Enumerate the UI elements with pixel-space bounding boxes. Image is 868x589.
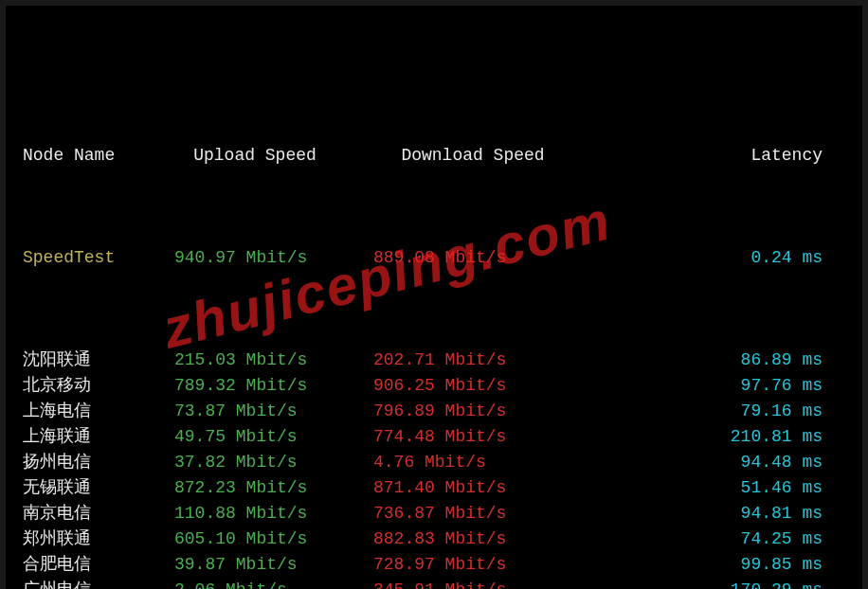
- download-speed: 736.87 Mbit/s: [373, 501, 591, 527]
- latency-value: 97.76 ms: [591, 373, 845, 399]
- latency-value: 99.85 ms: [591, 552, 845, 578]
- node-name: 北京移动: [23, 373, 174, 399]
- table-row: 沈阳联通215.03 Mbit/s202.71 Mbit/s86.89 ms: [23, 348, 845, 373]
- download-speed: 4.76 Mbit/s: [373, 450, 591, 475]
- download-speed: 882.83 Mbit/s: [373, 527, 591, 552]
- table-row: 合肥电信39.87 Mbit/s728.97 Mbit/s99.85 ms: [23, 552, 845, 578]
- node-name: 广州电信: [23, 578, 174, 589]
- latency-value: 94.81 ms: [591, 501, 845, 527]
- node-name: 上海电信: [23, 399, 174, 424]
- upload-speed: 605.10 Mbit/s: [174, 527, 373, 552]
- table-row: 北京移动789.32 Mbit/s906.25 Mbit/s97.76 ms: [23, 373, 845, 399]
- node-name: 沈阳联通: [23, 348, 174, 373]
- node-name: 扬州电信: [23, 450, 174, 475]
- upload-speed: 872.23 Mbit/s: [174, 475, 373, 501]
- node-name: 上海联通: [23, 424, 174, 450]
- table-row: 扬州电信37.82 Mbit/s4.76 Mbit/s94.48 ms: [23, 450, 845, 475]
- table-header-row: Node Name Upload Speed Download Speed La…: [23, 143, 845, 169]
- latency-value: 170.29 ms: [591, 578, 845, 589]
- download-speed: 202.71 Mbit/s: [373, 348, 591, 373]
- upload-speed: 2.06 Mbit/s: [174, 578, 373, 589]
- latency-value: 210.81 ms: [591, 424, 845, 450]
- speedtest-download: 889.08 Mbit/s: [373, 245, 591, 271]
- upload-speed: 110.88 Mbit/s: [174, 501, 373, 527]
- upload-speed: 39.87 Mbit/s: [174, 552, 373, 578]
- header-upload: Upload Speed: [174, 143, 373, 169]
- latency-value: 94.48 ms: [591, 450, 845, 475]
- node-name: 无锡联通: [23, 475, 174, 501]
- upload-speed: 215.03 Mbit/s: [174, 348, 373, 373]
- table-row: 上海联通49.75 Mbit/s774.48 Mbit/s210.81 ms: [23, 424, 845, 450]
- download-speed: 728.97 Mbit/s: [373, 552, 591, 578]
- table-row: 上海电信73.87 Mbit/s796.89 Mbit/s79.16 ms: [23, 399, 845, 424]
- latency-value: 79.16 ms: [591, 399, 845, 424]
- node-name: 郑州联通: [23, 527, 174, 552]
- download-speed: 774.48 Mbit/s: [373, 424, 591, 450]
- upload-speed: 49.75 Mbit/s: [174, 424, 373, 450]
- download-speed: 906.25 Mbit/s: [373, 373, 591, 399]
- table-row: 南京电信110.88 Mbit/s736.87 Mbit/s94.81 ms: [23, 501, 845, 527]
- header-latency: Latency: [591, 143, 845, 169]
- watermark-text: zhujiceping.com: [154, 179, 620, 370]
- header-download: Download Speed: [373, 143, 591, 169]
- node-name: 南京电信: [23, 501, 174, 527]
- download-speed: 345.91 Mbit/s: [373, 578, 591, 589]
- latency-value: 86.89 ms: [591, 348, 845, 373]
- table-row: 郑州联通605.10 Mbit/s882.83 Mbit/s74.25 ms: [23, 527, 845, 552]
- latency-value: 51.46 ms: [591, 475, 845, 501]
- download-speed: 796.89 Mbit/s: [373, 399, 591, 424]
- table-row: 广州电信2.06 Mbit/s345.91 Mbit/s170.29 ms: [23, 578, 845, 589]
- speedtest-latency: 0.24 ms: [591, 245, 845, 271]
- download-speed: 871.40 Mbit/s: [373, 475, 591, 501]
- upload-speed: 73.87 Mbit/s: [174, 399, 373, 424]
- node-name: 合肥电信: [23, 552, 174, 578]
- speedtest-name: SpeedTest: [23, 245, 174, 271]
- header-node-name: Node Name: [23, 143, 174, 169]
- speedtest-upload: 940.97 Mbit/s: [174, 245, 373, 271]
- upload-speed: 37.82 Mbit/s: [174, 450, 373, 475]
- upload-speed: 789.32 Mbit/s: [174, 373, 373, 399]
- speedtest-row: SpeedTest 940.97 Mbit/s 889.08 Mbit/s 0.…: [23, 245, 845, 271]
- terminal-output: zhujiceping.com Node Name Upload Speed D…: [6, 6, 862, 589]
- latency-value: 74.25 ms: [591, 527, 845, 552]
- table-row: 无锡联通872.23 Mbit/s871.40 Mbit/s51.46 ms: [23, 475, 845, 501]
